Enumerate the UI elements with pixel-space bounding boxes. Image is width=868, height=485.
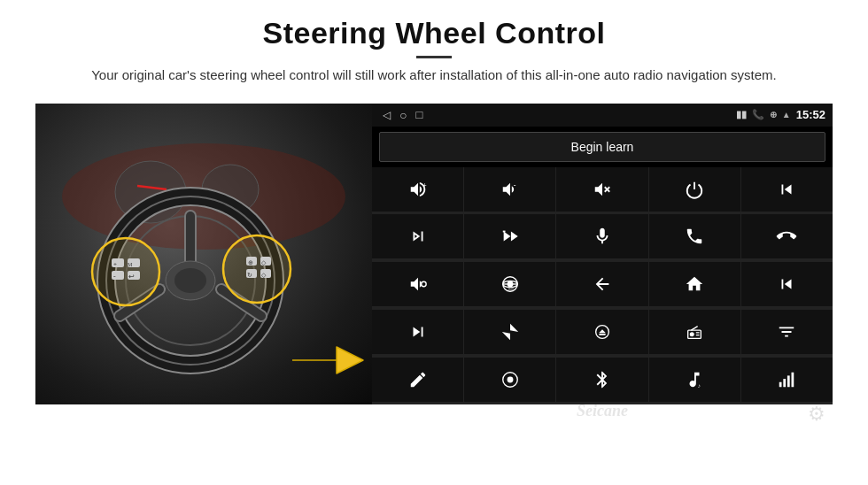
bluetooth-button[interactable] bbox=[556, 358, 647, 402]
gear-icon[interactable]: ⚙ bbox=[808, 403, 825, 426]
equalizer-button[interactable] bbox=[741, 310, 833, 354]
time-display: 15:52 bbox=[796, 108, 825, 121]
horn-button[interactable] bbox=[372, 262, 463, 306]
prev-track-button[interactable] bbox=[741, 167, 833, 212]
svg-point-14 bbox=[174, 268, 206, 293]
svg-text:↻: ↻ bbox=[247, 272, 252, 279]
rewind-button[interactable] bbox=[741, 262, 833, 306]
skip-forward-button[interactable] bbox=[372, 214, 463, 258]
svg-rect-45 bbox=[599, 334, 605, 335]
status-indicators: ▮▮ 📞 ⊕ ▲ 15:52 bbox=[736, 108, 825, 121]
bars-button[interactable] bbox=[741, 358, 833, 402]
music-button[interactable]: ♪ bbox=[649, 358, 740, 402]
page-subtitle: Your original car's steering wheel contr… bbox=[53, 65, 815, 86]
arrow-indicator bbox=[288, 329, 368, 391]
steering-bg: + M - ↩ ⊕ ◇ ↻ ◇ bbox=[35, 104, 372, 404]
page-title: Steering Wheel Control bbox=[35, 16, 833, 50]
home-button[interactable] bbox=[649, 262, 740, 306]
svg-rect-54 bbox=[792, 372, 794, 387]
svg-point-38 bbox=[421, 281, 426, 287]
battery-icon: ▮▮ bbox=[736, 109, 747, 120]
power-button[interactable] bbox=[649, 167, 740, 212]
svg-text:⊕: ⊕ bbox=[248, 259, 253, 266]
svg-point-24 bbox=[223, 235, 291, 303]
vol-down-button[interactable]: - bbox=[464, 167, 555, 212]
nav-home-icon[interactable]: ○ bbox=[399, 108, 407, 122]
icon-grid: + - bbox=[372, 167, 833, 404]
phone-icon: 📞 bbox=[752, 109, 764, 120]
svg-rect-53 bbox=[787, 375, 790, 387]
radio-button[interactable] bbox=[649, 310, 740, 354]
svg-point-49 bbox=[508, 377, 513, 382]
svg-point-47 bbox=[691, 333, 694, 336]
svg-rect-52 bbox=[784, 379, 787, 387]
nav-back-icon[interactable]: ◁ bbox=[383, 109, 391, 121]
svg-text:♪: ♪ bbox=[698, 382, 701, 389]
android-panel: ◁ ○ □ ▮▮ 📞 ⊕ ▲ 15:52 Begin learn bbox=[372, 104, 833, 404]
title-divider bbox=[416, 56, 452, 58]
begin-learn-button[interactable]: Begin learn bbox=[379, 132, 825, 162]
hang-up-button[interactable] bbox=[741, 214, 833, 258]
nav-recent-icon[interactable]: □ bbox=[415, 108, 422, 121]
seicane-watermark: Seicane bbox=[577, 402, 628, 420]
vol-up-button[interactable]: + bbox=[372, 167, 463, 212]
circle-dot-button[interactable] bbox=[464, 358, 555, 402]
svg-text:↩: ↩ bbox=[128, 273, 135, 281]
pen-button[interactable] bbox=[372, 358, 463, 402]
svg-point-15 bbox=[92, 238, 159, 305]
cam360-button[interactable]: 360° bbox=[464, 262, 555, 306]
mic-button[interactable] bbox=[556, 214, 647, 258]
nav-buttons: ◁ ○ □ bbox=[383, 108, 422, 122]
navigation-button[interactable] bbox=[464, 310, 555, 354]
status-bar: ◁ ○ □ ▮▮ 📞 ⊕ ▲ 15:52 bbox=[372, 104, 833, 127]
status-icons: ▮▮ bbox=[736, 109, 747, 120]
begin-learn-row: Begin learn bbox=[372, 127, 833, 167]
svg-rect-51 bbox=[779, 381, 782, 387]
fast-forward-skip-button[interactable] bbox=[464, 214, 555, 258]
svg-text:360°: 360° bbox=[508, 288, 514, 291]
next-track-button[interactable] bbox=[372, 310, 463, 354]
svg-text:+: + bbox=[113, 261, 117, 268]
mute-button[interactable] bbox=[556, 167, 647, 212]
location-icon: ⊕ bbox=[770, 110, 777, 119]
steering-wheel-panel: + M - ↩ ⊕ ◇ ↻ ◇ bbox=[35, 104, 372, 404]
svg-text:M: M bbox=[128, 262, 133, 267]
phone-call-button[interactable] bbox=[649, 214, 740, 258]
svg-text:-: - bbox=[113, 273, 116, 281]
svg-text:+: + bbox=[422, 181, 426, 189]
content-row: + M - ↩ ⊕ ◇ ↻ ◇ bbox=[35, 104, 833, 404]
svg-text:-: - bbox=[513, 181, 515, 189]
wifi-icon: ▲ bbox=[782, 110, 791, 119]
back-button[interactable] bbox=[556, 262, 647, 306]
eject-button[interactable] bbox=[556, 310, 647, 354]
